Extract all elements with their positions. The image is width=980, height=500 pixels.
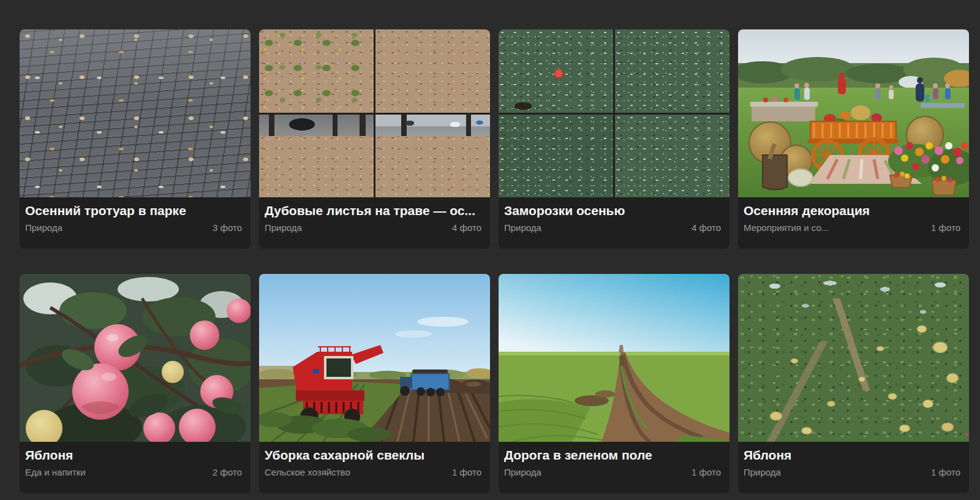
pavement-leaves-photo	[20, 29, 251, 197]
album-thumbnail[interactable]	[738, 29, 969, 197]
album-thumbnail[interactable]	[738, 274, 969, 442]
album-category: Природа	[744, 467, 781, 477]
album-category: Природа	[25, 222, 62, 233]
album-photo-count: 4 фото	[692, 222, 721, 233]
album-photo-count: 2 фото	[213, 467, 242, 477]
album-card-field-road[interactable]: Дорога в зеленом поле Природа 1 фото	[499, 274, 729, 493]
album-grid: Осенний тротуар в парке Природа 3 фото Д…	[20, 29, 969, 493]
oak-leaves-dense-photo	[375, 29, 490, 113]
album-category: Природа	[504, 467, 541, 477]
collage-grid	[259, 29, 490, 197]
album-category: Сельское хозяйство	[265, 467, 350, 477]
album-card-autumn-decoration[interactable]: Осенняя декорация Мероприятия и со... 1 …	[738, 29, 969, 249]
yellow-apples-photo	[738, 274, 969, 442]
street-strip	[375, 115, 490, 136]
beet-harvester-photo	[259, 274, 490, 442]
album-category: Природа	[504, 222, 541, 233]
album-subline: Природа 3 фото	[25, 222, 242, 233]
album-title[interactable]: Уборка сахарной свеклы	[265, 447, 481, 463]
album-meta: Дубовые листья на траве — ос... Природа …	[259, 197, 490, 233]
album-thumbnail[interactable]	[259, 29, 490, 197]
album-card-beet-harvest[interactable]: Уборка сахарной свеклы Сельское хозяйств…	[259, 274, 490, 493]
album-subline: Природа 4 фото	[265, 222, 481, 233]
album-photo-count: 1 фото	[692, 467, 721, 477]
album-meta: Дорога в зеленом поле Природа 1 фото	[499, 442, 729, 477]
album-meta: Заморозки осенью Природа 4 фото	[499, 197, 729, 233]
album-photo-count: 4 фото	[452, 222, 481, 233]
album-photo-count: 3 фото	[213, 222, 242, 233]
album-meta: Уборка сахарной свеклы Сельское хозяйств…	[259, 442, 490, 477]
album-card-apple-tree-pink[interactable]: Яблоня Еда и напитки 2 фото	[20, 274, 251, 493]
album-title[interactable]: Дорога в зеленом поле	[504, 447, 721, 463]
album-photo-count: 1 фото	[931, 222, 960, 233]
album-card-autumn-sidewalk[interactable]: Осенний тротуар в парке Природа 3 фото	[20, 29, 251, 249]
oak-leaves-park-photo	[259, 115, 374, 198]
album-title[interactable]: Яблоня	[744, 447, 960, 463]
album-subline: Природа 4 фото	[504, 222, 721, 233]
album-meta: Яблоня Еда и напитки 2 фото	[20, 442, 251, 477]
album-thumbnail[interactable]	[499, 274, 729, 442]
album-category: Природа	[265, 222, 302, 233]
frosted-plants-photo	[615, 29, 729, 113]
field-road-photo	[499, 274, 729, 442]
frosted-greens-photo	[499, 115, 613, 198]
oak-leaves-grass-photo	[259, 29, 374, 113]
album-photo-count: 1 фото	[452, 467, 481, 477]
album-category: Еда и напитки	[25, 467, 86, 477]
frosted-strawberry-photo	[499, 29, 613, 113]
album-thumbnail[interactable]	[20, 274, 251, 442]
album-subline: Сельское хозяйство 1 фото	[265, 467, 481, 477]
album-title[interactable]: Осенняя декорация	[744, 203, 960, 219]
album-card-oak-leaves[interactable]: Дубовые листья на траве — ос... Природа …	[259, 29, 490, 249]
album-thumbnail[interactable]	[20, 29, 251, 197]
album-thumbnail[interactable]	[499, 29, 729, 197]
album-photo-count: 1 фото	[931, 467, 960, 477]
album-subline: Еда и напитки 2 фото	[25, 467, 242, 477]
album-title[interactable]: Заморозки осенью	[504, 203, 721, 219]
album-meta: Осенний тротуар в парке Природа 3 фото	[20, 197, 251, 233]
album-card-autumn-frost[interactable]: Заморозки осенью Природа 4 фото	[499, 29, 729, 249]
album-title[interactable]: Яблоня	[25, 447, 242, 463]
oak-leaves-street-photo	[375, 115, 490, 198]
album-meta: Яблоня Природа 1 фото	[738, 442, 969, 477]
album-subline: Мероприятия и со... 1 фото	[744, 222, 960, 233]
autumn-fair-photo	[738, 29, 969, 197]
park-path-strip	[259, 115, 374, 136]
album-title[interactable]: Осенний тротуар в парке	[25, 203, 242, 219]
album-subline: Природа 1 фото	[504, 467, 721, 477]
pink-apples-photo	[20, 274, 251, 442]
album-meta: Осенняя декорация Мероприятия и со... 1 …	[738, 197, 969, 233]
frosted-clover-photo	[615, 115, 729, 198]
album-thumbnail[interactable]	[259, 274, 490, 442]
album-title[interactable]: Дубовые листья на траве — ос...	[265, 203, 481, 219]
album-category: Мероприятия и со...	[744, 222, 829, 233]
album-card-apple-tree-yellow[interactable]: Яблоня Природа 1 фото	[738, 274, 969, 493]
album-subline: Природа 1 фото	[744, 467, 960, 477]
collage-grid	[499, 29, 729, 197]
